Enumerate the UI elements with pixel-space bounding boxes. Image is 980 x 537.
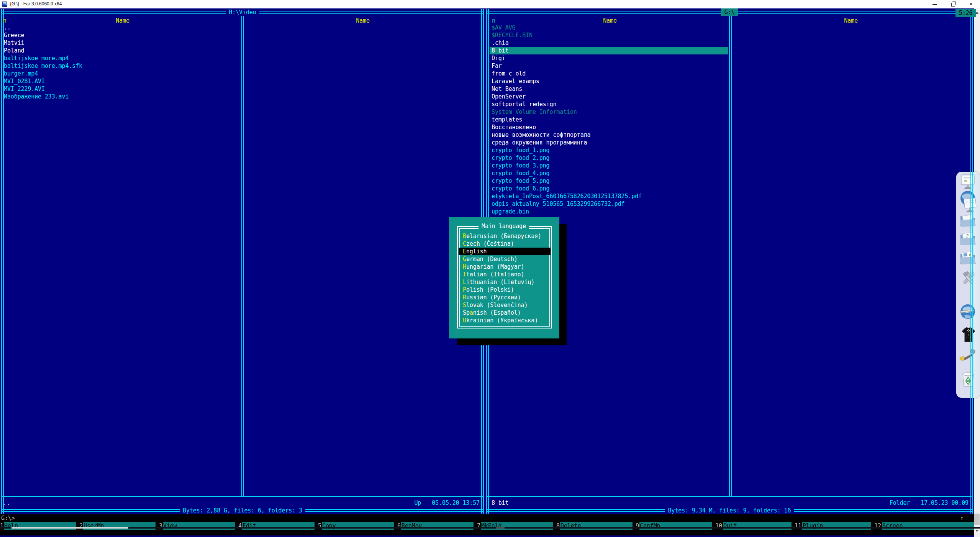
language-option[interactable]: Lithuanian (Lietuvių)	[460, 278, 549, 286]
file-row[interactable]: новые возможности софтпортала	[492, 131, 727, 139]
file-row[interactable]: OpenServer	[492, 93, 727, 100]
monitor-icon[interactable]	[959, 173, 977, 191]
file-row[interactable]: Far	[492, 62, 727, 70]
hotkey-letter: P	[463, 286, 466, 293]
fn-key-label-view[interactable]: View	[163, 522, 235, 530]
fn-key-number: 5	[318, 522, 321, 530]
fn-key-label-mkfold[interactable]: MkFold	[481, 522, 553, 530]
fn-key-label-edit[interactable]: Edit	[242, 522, 315, 530]
language-option[interactable]: Italian (Italiano)	[460, 271, 549, 278]
language-option[interactable]: Czech (Čeština)	[460, 240, 549, 248]
scrollbar-thumb[interactable]	[974, 514, 980, 525]
file-row[interactable]: MVI_0281.AVI	[4, 77, 239, 85]
file-row[interactable]: crypto food_1.png	[492, 146, 727, 154]
right-col1-header[interactable]: Name	[603, 17, 617, 25]
left-panel-column-divider	[241, 14, 244, 496]
file-row[interactable]: Изображение 233.avi	[4, 93, 239, 100]
file-row[interactable]: ..	[4, 24, 239, 31]
file-row[interactable]: baltijskoe more.mp4.sfk	[4, 62, 239, 70]
left-col2-header[interactable]: Name	[356, 17, 370, 25]
file-row[interactable]: upgrade.bin	[492, 208, 727, 215]
file-row[interactable]: crypto food_5.png	[492, 177, 727, 185]
fn-key-number: 9	[636, 522, 639, 530]
right-panel-status-separator	[487, 496, 972, 497]
fn-key-label-quit[interactable]: Quit	[723, 522, 792, 530]
tshirt-icon[interactable]	[960, 326, 977, 343]
right-col2-header[interactable]: Name	[844, 17, 858, 25]
file-row[interactable]: System Volume Information	[492, 108, 727, 116]
file-row[interactable]: Matvii	[4, 39, 239, 47]
language-option[interactable]: Belarusian (Беларуская)	[460, 232, 549, 240]
file-row[interactable]: $RECYCLE.BIN	[492, 31, 727, 39]
file-row[interactable]: Восстановлено	[492, 123, 727, 131]
fn-key-number: 8	[556, 522, 560, 530]
right-panel-path[interactable]: G:\	[721, 8, 738, 16]
file-row[interactable]: Net Beans	[492, 85, 727, 93]
file-row[interactable]: etykieta_InPost_660166758262030125137825…	[492, 192, 727, 200]
file-row[interactable]: baltijskoe more.mp4	[4, 54, 239, 62]
fn-key-label-confmn[interactable]: ConfMn	[639, 522, 712, 530]
fn-key-label-copy[interactable]: Copy	[322, 522, 394, 530]
fn-key-label-renmov[interactable]: RenMov	[401, 522, 474, 530]
taskbar-edge-highlight	[11, 527, 128, 529]
file-row[interactable]: crypto food_3.png	[492, 162, 727, 169]
language-option[interactable]: Russian (Русский)	[460, 294, 549, 301]
left-col1-header[interactable]: Name	[116, 17, 129, 25]
folder-music-icon[interactable]: ♪	[959, 230, 977, 248]
file-row[interactable]: Poland	[4, 47, 239, 54]
file-row[interactable]: среда окружения программинга	[492, 139, 727, 146]
hotkey-letter: a	[470, 309, 473, 316]
fn-key-number: 3	[159, 522, 162, 530]
close-button[interactable]: ×	[962, 0, 980, 8]
file-row[interactable]: crypto food_2.png	[492, 154, 727, 162]
file-row[interactable]: templates	[492, 116, 727, 123]
fn-key-number: 12	[874, 522, 881, 530]
desktop-screen: {G:\} - Far 3.0.6060.0 x64 × H:\Video G:…	[0, 0, 980, 537]
fn-key-number: 11	[795, 522, 801, 530]
left-panel-path[interactable]: H:\Video	[226, 8, 259, 16]
fn-key-label-plugin[interactable]: Plugin	[802, 522, 871, 530]
file-row[interactable]: Greece	[4, 31, 239, 39]
file-row[interactable]: burger.mp4	[4, 70, 239, 77]
minimize-button[interactable]	[926, 0, 944, 8]
scroll-down-icon[interactable]	[975, 530, 978, 532]
fn-key-number: 1	[0, 522, 3, 530]
file-row[interactable]: 8 bit	[490, 47, 728, 54]
file-row[interactable]: .chia	[492, 39, 727, 47]
file-row[interactable]: Digi	[492, 54, 727, 62]
file-row[interactable]: from c old	[492, 70, 727, 77]
file-row[interactable]: crypto food_6.png	[492, 185, 727, 192]
hotkey-letter: B	[463, 233, 466, 240]
language-option[interactable]: Polish (Polski)	[460, 286, 549, 294]
folder-pictures-icon[interactable]	[959, 249, 977, 267]
right-status-cursor: 8 bit	[492, 499, 509, 507]
language-option[interactable]: Ukrainian (Українська)	[460, 317, 549, 324]
right-status-info: Folder	[890, 499, 910, 507]
language-option[interactable]: German (Deutsch)	[460, 255, 549, 263]
fn-key-label-usermn[interactable]: UserMn	[83, 522, 156, 530]
file-row[interactable]: MVI_2229.AVI	[4, 85, 239, 93]
file-row[interactable]: softportal redesign	[492, 100, 727, 108]
restore-button[interactable]	[944, 0, 962, 8]
fn-key-label-delete[interactable]: Delete	[560, 522, 633, 530]
file-row[interactable]: odpis_aktualny_510565_1653299266732.pdf	[492, 200, 727, 208]
hammer-icon[interactable]	[959, 348, 977, 366]
fn-key-label-help[interactable]: Help	[4, 522, 76, 530]
folder-documents-icon[interactable]	[959, 212, 977, 229]
left-panel-status-separator	[2, 496, 483, 497]
file-row[interactable]: crypto food_4.png	[492, 169, 727, 177]
language-option[interactable]: Spanish (Español)	[460, 309, 549, 317]
language-option[interactable]: Hungarian (Magyar)	[460, 263, 549, 271]
left-status-cursor: ..	[3, 499, 10, 507]
command-line[interactable]: G:\>	[1, 514, 15, 522]
language-option[interactable]: Slovak (Slovenčina)	[460, 301, 549, 309]
hotkey-letter: E	[463, 248, 466, 255]
fn-key-label-screen[interactable]: Screen	[882, 522, 974, 530]
globe-pen-icon[interactable]	[959, 303, 977, 320]
file-row[interactable]: Laravel examps	[492, 77, 727, 85]
tools-icon[interactable]	[959, 271, 977, 288]
language-option[interactable]: English	[459, 248, 551, 255]
right-status-datetime: 17.05.23 00:09	[921, 499, 969, 507]
file-row[interactable]: $AV_AVG	[492, 24, 727, 31]
recycle-bin-icon[interactable]	[959, 370, 977, 388]
